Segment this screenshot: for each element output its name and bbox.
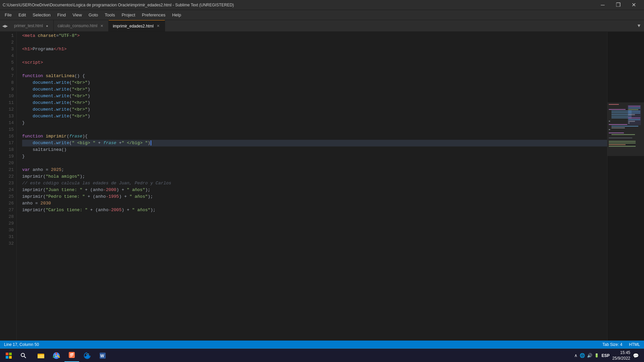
menu-preferences[interactable]: Preferences	[139, 11, 169, 19]
line-num-26: 26	[3, 200, 14, 207]
code-line-14: }	[22, 120, 607, 126]
line-num-11: 11	[3, 100, 14, 106]
menu-view[interactable]: View	[69, 11, 85, 19]
code-line-2	[22, 39, 607, 46]
code-line-21: var anho = 2025;	[22, 167, 607, 173]
code-line-8: document.write("<br>")	[22, 79, 607, 86]
tab-scroll-left[interactable]: ◀▶	[0, 20, 10, 32]
svg-rect-23	[628, 109, 638, 110]
line-num-31: 31	[3, 234, 14, 240]
code-line-32	[22, 240, 607, 247]
tabbar: ◀▶ primer_test.html ● calculo_consumo.ht…	[0, 20, 644, 32]
line-num-14: 14	[3, 120, 14, 126]
code-line-7: function saltarLinea() {	[22, 73, 607, 79]
menu-edit[interactable]: Edit	[15, 11, 29, 19]
line-num-21: 21	[3, 167, 14, 173]
menu-find[interactable]: Find	[54, 11, 69, 19]
start-button[interactable]	[1, 349, 16, 362]
code-line-9: document.write("<br>")	[22, 86, 607, 93]
code-line-4	[22, 53, 607, 59]
maximize-button[interactable]: ❐	[610, 0, 626, 10]
line-num-3: 3	[3, 46, 14, 53]
tab-calculo-consumo[interactable]: calculo_consumo.html ✕	[54, 20, 109, 32]
system-tray-icons: ∧ 🌐 🔊 🔋	[574, 353, 599, 358]
status-tab-size[interactable]: Tab Size: 4	[602, 342, 622, 347]
svg-rect-39	[38, 354, 40, 355]
menu-help[interactable]: Help	[169, 11, 184, 19]
code-line-15	[22, 126, 607, 133]
code-line-10: document.write("<br>")	[22, 93, 607, 100]
line-num-18: 18	[3, 146, 14, 153]
word-icon[interactable]: W	[95, 349, 110, 362]
line-num-25: 25	[3, 193, 14, 200]
statusbar: Line 17, Column 50 Tab Size: 4 HTML	[0, 341, 644, 349]
chrome-icon[interactable]	[49, 349, 64, 362]
svg-rect-24	[628, 111, 640, 112]
tab-imprimir-edades[interactable]: imprimir_edades2.html ✕	[109, 20, 165, 32]
network-icon: 🌐	[580, 353, 585, 358]
editor[interactable]: 1 2 3 4 5 6 7 8 9 10 11 12 13 14 15 16 1…	[0, 32, 644, 341]
titlebar: C:\Users\USER\OneDrive\Documentos\Logica…	[0, 0, 644, 10]
menubar: File Edit Selection Find View Goto Tools…	[0, 10, 644, 20]
svg-rect-28	[628, 119, 640, 120]
svg-point-35	[21, 353, 24, 357]
tab-overflow-button[interactable]: ▼	[634, 20, 644, 32]
tab-label: calculo_consumo.html	[58, 23, 98, 28]
menu-tools[interactable]: Tools	[101, 11, 118, 19]
line-num-5: 5	[3, 59, 14, 66]
file-explorer-icon[interactable]	[34, 349, 48, 362]
svg-rect-30	[628, 123, 630, 124]
code-line-25: imprimir("Pedro tiene: " + (anho-1995) +…	[22, 193, 607, 200]
edge-icon[interactable]	[80, 349, 95, 362]
volume-icon: 🔊	[587, 353, 592, 358]
tab-primer-test[interactable]: primer_test.html ●	[10, 20, 54, 32]
line-num-17: 17	[3, 140, 14, 146]
minimap-svg	[607, 32, 644, 341]
tab-close-calculo[interactable]: ✕	[99, 23, 104, 28]
menu-goto[interactable]: Goto	[85, 11, 101, 19]
line-num-4: 4	[3, 53, 14, 59]
line-num-30: 30	[3, 227, 14, 234]
menu-selection[interactable]: Selection	[29, 11, 54, 19]
menu-project[interactable]: Project	[118, 11, 139, 19]
code-line-6	[22, 66, 607, 73]
minimize-button[interactable]: ─	[595, 0, 610, 10]
minimap[interactable]	[607, 32, 644, 341]
code-line-28	[22, 214, 607, 220]
line-num-20: 20	[3, 160, 14, 167]
line-num-27: 27	[3, 207, 14, 214]
search-button[interactable]	[16, 349, 31, 362]
windows-logo-icon	[6, 353, 12, 359]
code-line-12: document.write("<br>")	[22, 106, 607, 113]
tab-close-imprimir[interactable]: ✕	[156, 23, 161, 28]
taskbar-right: ∧ 🌐 🔊 🔋 ESP 15:45 25/9/2022 💬	[574, 350, 643, 361]
svg-rect-33	[6, 356, 8, 359]
svg-rect-22	[628, 108, 640, 109]
line-num-19: 19	[3, 153, 14, 160]
line-num-22: 22	[3, 173, 14, 180]
status-language[interactable]: HTML	[629, 342, 640, 347]
code-line-16: function imprimir(frase){	[22, 133, 607, 140]
code-line-29	[22, 220, 607, 227]
clock[interactable]: 15:45 25/9/2022	[612, 350, 630, 361]
code-line-27: imprimir("Carlos tiene: " + (anho-2005) …	[22, 207, 607, 214]
code-line-20	[22, 160, 607, 167]
line-num-8: 8	[3, 79, 14, 86]
menu-file[interactable]: File	[1, 11, 15, 19]
svg-rect-32	[9, 353, 12, 355]
language-indicator[interactable]: ESP	[602, 353, 610, 358]
svg-rect-29	[628, 121, 635, 122]
statusbar-right: Tab Size: 4 HTML	[602, 342, 640, 347]
svg-point-42	[55, 355, 57, 357]
chevron-up-icon[interactable]: ∧	[574, 353, 578, 358]
battery-icon: 🔋	[594, 353, 599, 358]
code-area[interactable]: <meta charset="UTF-8"> <h1>Programa</h1>…	[17, 32, 607, 341]
editor-outer: 1 2 3 4 5 6 7 8 9 10 11 12 13 14 15 16 1…	[0, 32, 644, 349]
sublime-text-icon[interactable]	[64, 349, 79, 362]
svg-rect-21	[628, 106, 640, 107]
notification-icon[interactable]: 💬	[633, 353, 639, 358]
code-line-5: <script>	[22, 59, 607, 66]
close-button[interactable]: ✕	[626, 0, 641, 10]
tab-close-primer[interactable]: ●	[45, 23, 49, 28]
status-position[interactable]: Line 17, Column 50	[4, 342, 39, 347]
